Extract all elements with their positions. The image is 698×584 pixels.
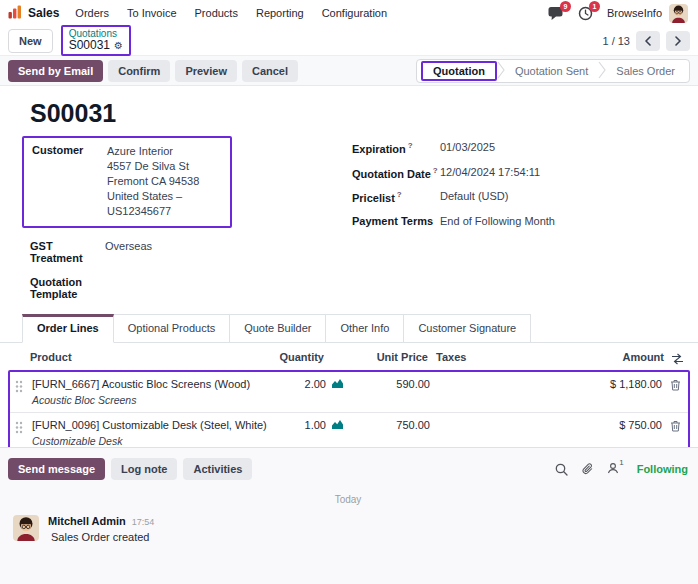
tab-optional-products[interactable]: Optional Products — [114, 314, 230, 343]
unit-price-value[interactable]: 590.00 — [352, 377, 430, 390]
col-unit-price[interactable]: Unit Price — [350, 351, 428, 363]
today-separator: Today — [8, 494, 688, 505]
customer-street: 4557 De Silva St — [107, 159, 230, 174]
menu-to-invoice[interactable]: To Invoice — [127, 7, 177, 19]
customer-city: Fremont CA 94538 — [107, 174, 230, 189]
delete-line-icon[interactable] — [662, 418, 688, 432]
quotation-date-field[interactable]: 12/04/2024 17:54:11 — [440, 166, 540, 180]
author-avatar[interactable] — [13, 515, 39, 541]
breadcrumb-current: S00031 ⚙ — [69, 39, 123, 52]
customer-field[interactable]: Azure Interior 4557 De Silva St Fremont … — [107, 144, 230, 219]
col-taxes[interactable]: Taxes — [428, 351, 480, 363]
send-message-button[interactable]: Send message — [8, 458, 105, 480]
tab-order-lines[interactable]: Order Lines — [22, 314, 114, 343]
activities-clock-icon[interactable]: 1 — [578, 6, 593, 21]
quantity-value[interactable]: 2.00 — [268, 377, 326, 390]
order-line-row[interactable]: [FURN_0096] Customizable Desk (Steel, Wh… — [10, 412, 688, 447]
log-note-button[interactable]: Log note — [111, 458, 177, 480]
col-quantity[interactable]: Quantity — [266, 351, 324, 363]
product-name[interactable]: [FURN_6667] Acoustic Bloc Screens (Wood) — [28, 378, 268, 390]
following-button[interactable]: Following — [637, 463, 688, 475]
expiration-label: Expiration? — [352, 141, 440, 155]
status-step-quotation-sent[interactable]: Quotation Sent — [505, 65, 598, 77]
unit-price-value[interactable]: 750.00 — [352, 418, 430, 431]
followers-icon[interactable]: 1 — [607, 462, 623, 476]
help-icon[interactable]: ? — [397, 190, 402, 199]
customer-highlight-box: Customer Azure Interior 4557 De Silva St… — [22, 136, 232, 228]
field-area: Customer Azure Interior 4557 De Silva St… — [0, 136, 698, 300]
delete-line-icon[interactable] — [662, 377, 688, 391]
forecast-chart-icon[interactable] — [326, 377, 352, 391]
status-arrow-icon — [598, 60, 606, 82]
taxes-value[interactable] — [430, 377, 482, 378]
help-icon[interactable]: ? — [408, 141, 413, 150]
activities-button[interactable]: Activities — [183, 458, 252, 480]
app-name[interactable]: Sales — [28, 6, 59, 20]
top-navbar: Sales Orders To Invoice Products Reporti… — [0, 0, 698, 26]
order-lines-header: Product Quantity Unit Price Taxes Amount — [0, 343, 698, 370]
odoo-sales-logo-icon — [8, 5, 22, 21]
pricelist-label: Pricelist? — [352, 190, 440, 204]
col-amount[interactable]: Amount — [572, 351, 664, 363]
payment-terms-label: Payment Terms — [352, 215, 440, 227]
pager-next-button[interactable] — [666, 31, 690, 51]
message-timestamp: 17:54 — [132, 517, 155, 527]
amount-value: $ 1,180.00 — [570, 377, 662, 390]
control-panel: New Quotations S00031 ⚙ 1 / 13 — [0, 26, 698, 56]
expiration-field[interactable]: 01/03/2025 — [440, 141, 495, 155]
menu-reporting[interactable]: Reporting — [256, 7, 304, 19]
chatter: Send message Log note Activities 1 Follo… — [0, 447, 698, 584]
new-button[interactable]: New — [8, 29, 53, 53]
gear-icon[interactable]: ⚙ — [114, 40, 123, 51]
quotation-date-label: Quotation Date? — [352, 166, 440, 180]
drag-handle-icon[interactable] — [10, 377, 28, 393]
pager-previous-button[interactable] — [636, 31, 660, 51]
customer-name[interactable]: Azure Interior — [107, 144, 230, 159]
tab-other-info[interactable]: Other Info — [326, 314, 404, 343]
product-description[interactable]: Customizable Desk — [28, 435, 268, 447]
user-avatar — [669, 4, 688, 23]
forecast-chart-icon[interactable] — [326, 418, 352, 432]
message-body: Sales Order created — [48, 531, 154, 543]
chatter-toolbar: Send message Log note Activities 1 Follo… — [8, 458, 688, 480]
attachments-paperclip-icon[interactable] — [581, 463, 594, 476]
preview-button[interactable]: Preview — [175, 60, 237, 82]
pricelist-field[interactable]: Default (USD) — [440, 190, 508, 204]
status-step-quotation[interactable]: Quotation — [421, 61, 497, 81]
help-icon[interactable]: ? — [433, 166, 438, 175]
quantity-value[interactable]: 1.00 — [268, 418, 326, 431]
main-menu: Orders To Invoice Products Reporting Con… — [75, 7, 387, 19]
customer-country-vat: United States – US12345677 — [107, 189, 230, 219]
drag-handle-icon[interactable] — [10, 418, 28, 434]
product-description[interactable]: Acoustic Bloc Screens — [28, 394, 268, 406]
status-arrow-icon — [497, 60, 505, 82]
status-step-sales-order[interactable]: Sales Order — [606, 65, 685, 77]
menu-orders[interactable]: Orders — [75, 7, 109, 19]
gst-treatment-field[interactable]: Overseas — [105, 240, 152, 264]
payment-terms-field[interactable]: End of Following Month — [440, 215, 555, 227]
record-reference: S00031 — [69, 39, 110, 52]
adjust-columns-icon[interactable] — [664, 351, 690, 365]
product-name[interactable]: [FURN_0096] Customizable Desk (Steel, Wh… — [28, 419, 268, 431]
quotation-template-label: Quotation Template — [30, 276, 105, 300]
form-statusbar: Send by Email Confirm Preview Cancel Quo… — [0, 56, 698, 86]
confirm-button[interactable]: Confirm — [108, 60, 170, 82]
tab-customer-signature[interactable]: Customer Signature — [404, 314, 531, 343]
send-by-email-button[interactable]: Send by Email — [8, 60, 103, 82]
status-widget: Quotation Quotation Sent Sales Order — [416, 59, 690, 83]
pager-count: 1 / 13 — [602, 35, 630, 47]
messages-icon[interactable]: 9 — [548, 6, 564, 21]
order-lines-highlight-box: [FURN_6667] Acoustic Bloc Screens (Wood)… — [8, 370, 690, 447]
app-switcher[interactable]: Sales — [8, 5, 59, 21]
user-menu[interactable]: BrowseInfo — [607, 4, 688, 23]
chatter-message: Mitchell Admin 17:54 Sales Order created — [8, 515, 688, 543]
tab-quote-builder[interactable]: Quote Builder — [230, 314, 326, 343]
taxes-value[interactable] — [430, 418, 482, 419]
cancel-button[interactable]: Cancel — [242, 60, 298, 82]
col-product[interactable]: Product — [26, 351, 266, 363]
message-author[interactable]: Mitchell Admin — [48, 515, 126, 527]
order-line-row[interactable]: [FURN_6667] Acoustic Bloc Screens (Wood)… — [10, 372, 688, 412]
menu-configuration[interactable]: Configuration — [322, 7, 387, 19]
menu-products[interactable]: Products — [195, 7, 238, 19]
search-messages-icon[interactable] — [555, 463, 568, 476]
